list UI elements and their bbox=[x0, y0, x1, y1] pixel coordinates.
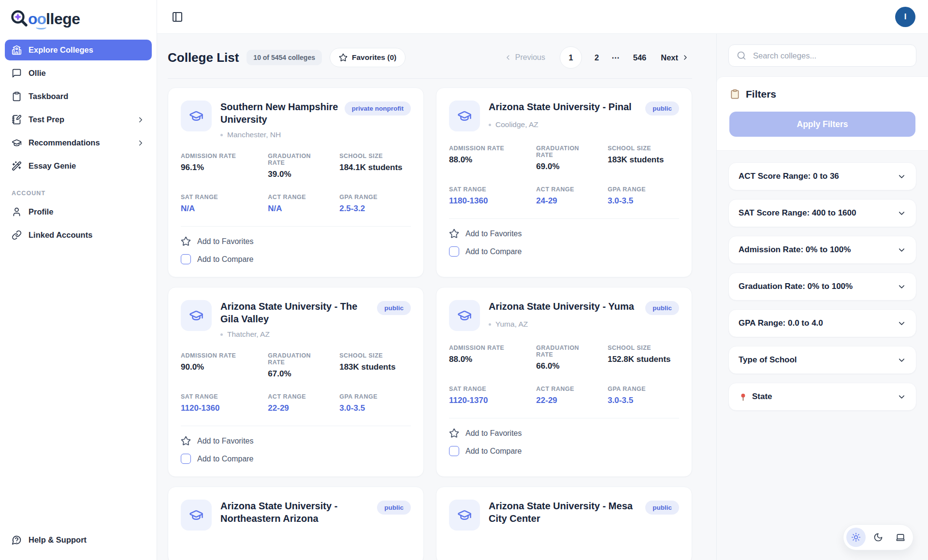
header-divider bbox=[168, 78, 692, 79]
chevron-right-icon bbox=[682, 54, 689, 61]
filter-graduation-rate-0-to-100[interactable]: Graduation Rate: 0% to 100% bbox=[728, 273, 916, 301]
filter-gpa-range-0-0-to-4-0[interactable]: GPA Range: 0.0 to 4.0 bbox=[728, 309, 916, 337]
page-button-1[interactable]: 1 bbox=[560, 46, 582, 69]
add-to-compare-checkbox[interactable]: Add to Compare bbox=[181, 254, 411, 264]
page-title: College List bbox=[168, 50, 239, 65]
stat: ADMISSION RATE 88.0% bbox=[449, 145, 536, 172]
add-to-favorites-button[interactable]: Add to Favorites bbox=[449, 229, 522, 239]
school-type-badge: private nonprofit bbox=[345, 101, 411, 115]
add-to-compare-checkbox[interactable]: Add to Compare bbox=[181, 454, 411, 464]
clipboard-icon bbox=[729, 89, 740, 100]
next-page-button[interactable]: Next bbox=[658, 53, 692, 63]
sidebar-item-linked-accounts[interactable]: Linked Accounts bbox=[5, 225, 152, 245]
page-button-546[interactable]: 546 bbox=[633, 53, 647, 62]
chevron-right-icon bbox=[136, 115, 145, 124]
app-logo: oo llege bbox=[5, 5, 152, 36]
add-to-favorites-button[interactable]: Add to Favorites bbox=[449, 428, 522, 438]
filter-admission-rate-0-to-100[interactable]: Admission Rate: 0% to 100% bbox=[728, 236, 916, 264]
star-icon bbox=[339, 53, 348, 62]
theme-light-button[interactable] bbox=[846, 528, 866, 547]
stat: ACT RANGE 22-29 bbox=[268, 393, 339, 413]
stat: SAT RANGE 1120-1360 bbox=[181, 393, 268, 413]
school-type-badge: public bbox=[377, 301, 411, 315]
link-icon bbox=[12, 230, 22, 240]
topbar: I bbox=[157, 0, 928, 34]
favorites-button[interactable]: Favorites (0) bbox=[330, 48, 406, 67]
search-box bbox=[728, 44, 916, 67]
graduation-cap-icon bbox=[181, 101, 212, 131]
add-to-compare-checkbox[interactable]: Add to Compare bbox=[449, 246, 679, 257]
user-avatar[interactable]: I bbox=[895, 7, 915, 27]
sidebar-item-profile[interactable]: Profile bbox=[5, 201, 152, 222]
search-input[interactable] bbox=[752, 51, 908, 61]
user-icon bbox=[12, 207, 22, 217]
sidebar-item-ollie[interactable]: Ollie bbox=[5, 63, 152, 84]
search-section bbox=[717, 34, 928, 76]
stat: SAT RANGE 1120-1370 bbox=[449, 386, 536, 405]
chevron-down-icon bbox=[897, 282, 906, 291]
stat: SAT RANGE 1180-1360 bbox=[449, 186, 536, 206]
graduation-cap-icon bbox=[449, 300, 480, 331]
stat: SCHOOL SIZE 183K students bbox=[339, 352, 411, 379]
page-buttons: 12⋯546 bbox=[560, 46, 646, 69]
filter-sat-score-range-400-to-1600[interactable]: SAT Score Range: 400 to 1600 bbox=[728, 199, 916, 227]
college-list-area: College List 10 of 5454 colleges Favorit… bbox=[157, 34, 716, 560]
wand-sparkles-icon bbox=[12, 161, 22, 171]
theme-switcher bbox=[843, 524, 914, 550]
checkbox[interactable] bbox=[181, 254, 191, 264]
sidebar-account-nav: Profile Linked Accounts bbox=[5, 201, 152, 245]
filters-panel: Filters Apply Filters ACT Score Range: 0… bbox=[716, 34, 928, 560]
main-column: I College List 10 of 5454 colleges Favor… bbox=[157, 0, 928, 560]
moon-icon bbox=[873, 532, 883, 542]
filter-type-of-school[interactable]: Type of School bbox=[728, 346, 916, 374]
sidebar-footer: Help & Support bbox=[5, 530, 152, 550]
sidebar-item-explore-colleges[interactable]: Explore Colleges bbox=[5, 40, 152, 60]
chevron-down-icon bbox=[897, 356, 906, 365]
page-ellipsis: ⋯ bbox=[611, 53, 621, 62]
logo-oo: oo bbox=[28, 10, 46, 28]
college-card: Arizona State University - Yuma public Y… bbox=[436, 287, 692, 477]
stat: GRADUATION RATE 67.0% bbox=[268, 352, 339, 379]
school-type-badge: public bbox=[645, 501, 679, 515]
checkbox[interactable] bbox=[181, 454, 191, 464]
theme-dark-button[interactable] bbox=[869, 528, 888, 547]
checkbox[interactable] bbox=[449, 246, 459, 257]
stat: GPA RANGE 2.5-3.2 bbox=[339, 194, 411, 214]
sidebar-item-essay-genie[interactable]: Essay Genie bbox=[5, 156, 152, 176]
graduation-cap-icon bbox=[12, 138, 22, 148]
college-card: Arizona State University - Mesa City Cen… bbox=[436, 487, 692, 560]
add-to-favorites-button[interactable]: Add to Favorites bbox=[181, 236, 254, 246]
sun-icon bbox=[851, 532, 861, 542]
college-location: Yuma, AZ bbox=[489, 320, 679, 329]
stat: ADMISSION RATE 90.0% bbox=[181, 352, 268, 379]
content-row: College List 10 of 5454 colleges Favorit… bbox=[157, 34, 928, 560]
sidebar-item-recommendations[interactable]: Recommendations bbox=[5, 132, 152, 153]
filter-state[interactable]: State bbox=[728, 383, 916, 411]
college-stats: ADMISSION RATE 96.1% GRADUATION RATE 39.… bbox=[181, 153, 411, 214]
stat: SCHOOL SIZE 152.8K students bbox=[608, 345, 679, 371]
filters-title: Filters bbox=[729, 88, 915, 100]
college-name: Arizona State University - The Gila Vall… bbox=[220, 300, 371, 325]
checkbox[interactable] bbox=[449, 446, 459, 456]
chevron-down-icon bbox=[897, 245, 906, 255]
college-name: Arizona State University - Northeastern … bbox=[220, 500, 371, 525]
chevron-down-icon bbox=[897, 209, 906, 218]
graduation-cap-icon bbox=[181, 300, 212, 331]
sidebar-item-taskboard[interactable]: Taskboard bbox=[5, 86, 152, 107]
sidebar-toggle-icon[interactable] bbox=[172, 11, 183, 23]
sidebar-nav: Explore Colleges Ollie Taskboard Test Pr… bbox=[5, 40, 152, 176]
sidebar-item-help-and-support[interactable]: Help & Support bbox=[5, 530, 152, 550]
theme-system-button[interactable] bbox=[891, 528, 910, 547]
apply-filters-button[interactable]: Apply Filters bbox=[729, 112, 915, 137]
add-to-favorites-button[interactable]: Add to Favorites bbox=[181, 436, 254, 446]
filter-act-score-range-0-to-36[interactable]: ACT Score Range: 0 to 36 bbox=[728, 162, 916, 190]
page-button-2[interactable]: 2 bbox=[594, 53, 599, 62]
filters-header-card: Filters Apply Filters bbox=[717, 76, 928, 151]
search-icon bbox=[737, 51, 746, 60]
sidebar-item-test-prep[interactable]: Test Prep bbox=[5, 109, 152, 130]
add-to-compare-checkbox[interactable]: Add to Compare bbox=[449, 446, 679, 456]
college-stats: ADMISSION RATE 90.0% GRADUATION RATE 67.… bbox=[181, 352, 411, 413]
stat: ACT RANGE 22-29 bbox=[536, 386, 608, 405]
previous-page-button[interactable]: Previous bbox=[501, 53, 548, 62]
stat: ACT RANGE 24-29 bbox=[536, 186, 608, 206]
